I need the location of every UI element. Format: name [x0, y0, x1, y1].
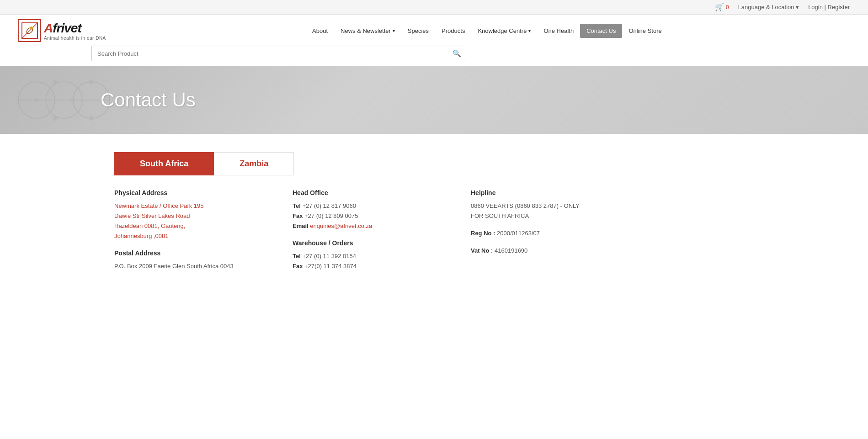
header: Afrivet Animal health is in our DNA Abou…	[0, 15, 868, 66]
physical-address-section: Physical Address Newmark Estate / Office…	[114, 189, 265, 241]
main-nav: About News & Newsletter ▾ Species Produc…	[124, 24, 850, 38]
search-input[interactable]	[92, 47, 448, 60]
svg-point-10	[71, 98, 75, 102]
vat-no: Vat No : 4160191690	[471, 246, 622, 256]
auth-links: Login | Register	[808, 4, 850, 11]
head-office-tel: Tel +27 (0) 12 817 9060	[293, 201, 443, 211]
dna-background	[0, 66, 137, 134]
hero-banner: Contact Us	[0, 66, 868, 134]
office-column: Head Office Tel +27 (0) 12 817 9060 Fax …	[293, 189, 443, 280]
nav-products[interactable]: Products	[435, 24, 471, 38]
head-office-email: Email enquiries@afrivet.co.za	[293, 221, 443, 231]
svg-point-13	[89, 116, 94, 121]
knowledge-dropdown-arrow: ▾	[528, 28, 531, 33]
nav-knowledge[interactable]: Knowledge Centre ▾	[471, 24, 537, 38]
nav-news[interactable]: News & Newsletter ▾	[334, 24, 401, 38]
logo-text: Afrivet Animal health is in our DNA	[44, 21, 106, 41]
head-office-fax-value: +27 (0) 12 809 0075	[304, 212, 358, 219]
physical-address-value[interactable]: Newmark Estate / Office Park 195 Dawie S…	[114, 201, 265, 241]
search-button[interactable]: 🔍	[448, 46, 466, 61]
postal-address-section: Postal Address P.O. Box 2009 Faerie Glen…	[114, 249, 265, 271]
news-dropdown-arrow: ▾	[393, 28, 395, 33]
head-office-email-link[interactable]: enquiries@afrivet.co.za	[310, 222, 372, 229]
cart-count: 0	[726, 4, 729, 11]
cart-icon: 🛒	[715, 3, 724, 11]
language-selector[interactable]: Language & Location ▾	[738, 4, 799, 11]
head-office-title: Head Office	[293, 189, 443, 196]
register-link[interactable]: Register	[828, 4, 850, 11]
head-office-section: Head Office Tel +27 (0) 12 817 9060 Fax …	[293, 189, 443, 231]
postal-address-title: Postal Address	[114, 249, 265, 257]
postal-address-value: P.O. Box 2009 Faerie Glen South Africa 0…	[114, 261, 265, 271]
warehouse-fax-value: +27(0) 11 374 3874	[304, 263, 357, 270]
auth-separator: |	[825, 4, 828, 11]
helpline-value: 0860 VEEARTS (0860 833 2787) - ONLYFOR S…	[471, 201, 622, 221]
nav-one-health[interactable]: One Health	[537, 24, 580, 38]
nav-species[interactable]: Species	[401, 24, 435, 38]
search-row: 🔍	[91, 46, 850, 61]
warehouse-title: Warehouse / Orders	[293, 239, 443, 247]
logo[interactable]: Afrivet Animal health is in our DNA	[18, 19, 106, 42]
cart-widget[interactable]: 🛒 0	[715, 3, 729, 11]
helpline-column: Helpline 0860 VEEARTS (0860 833 2787) - …	[471, 189, 622, 280]
svg-line-1	[22, 23, 37, 38]
logo-brand: Afrivet	[44, 21, 106, 36]
reg-no-value: 2000/011263/07	[497, 230, 540, 237]
head-office-tel-value: +27 (0) 12 817 9060	[302, 202, 356, 209]
warehouse-section: Warehouse / Orders Tel +27 (0) 11 392 01…	[293, 239, 443, 271]
address-column: Physical Address Newmark Estate / Office…	[114, 189, 265, 280]
warehouse-fax: Fax +27(0) 11 374 3874	[293, 261, 443, 271]
search-box: 🔍	[91, 46, 466, 61]
nav-about[interactable]: About	[306, 24, 334, 38]
tab-zambia[interactable]: Zambia	[214, 152, 294, 175]
physical-address-title: Physical Address	[114, 189, 265, 196]
svg-point-12	[53, 116, 57, 121]
nav-contact[interactable]: Contact Us	[580, 24, 622, 38]
svg-point-3	[30, 26, 33, 29]
login-link[interactable]: Login	[808, 4, 823, 11]
tab-south-africa[interactable]: South Africa	[114, 152, 214, 175]
reg-no: Reg No : 2000/011263/07	[471, 228, 622, 238]
logo-icon	[18, 19, 41, 42]
top-bar: 🛒 0 Language & Location ▾ Login | Regist…	[0, 0, 868, 15]
helpline-section: Helpline 0860 VEEARTS (0860 833 2787) - …	[471, 189, 622, 256]
svg-point-9	[53, 79, 57, 84]
tab-buttons: South Africa Zambia	[114, 152, 622, 175]
vat-no-value: 4160191690	[495, 247, 527, 254]
nav-online-store[interactable]: Online Store	[622, 24, 668, 38]
svg-point-11	[89, 79, 94, 84]
warehouse-tel: Tel +27 (0) 11 392 0154	[293, 251, 443, 261]
contact-columns: Physical Address Newmark Estate / Office…	[114, 189, 622, 280]
head-office-fax: Fax +27 (0) 12 809 0075	[293, 211, 443, 221]
main-content: South Africa Zambia Physical Address New…	[0, 134, 640, 308]
svg-point-8	[34, 98, 39, 102]
helpline-title: Helpline	[471, 189, 622, 196]
logo-tagline: Animal health is in our DNA	[44, 36, 106, 41]
warehouse-tel-value: +27 (0) 11 392 0154	[302, 253, 356, 259]
